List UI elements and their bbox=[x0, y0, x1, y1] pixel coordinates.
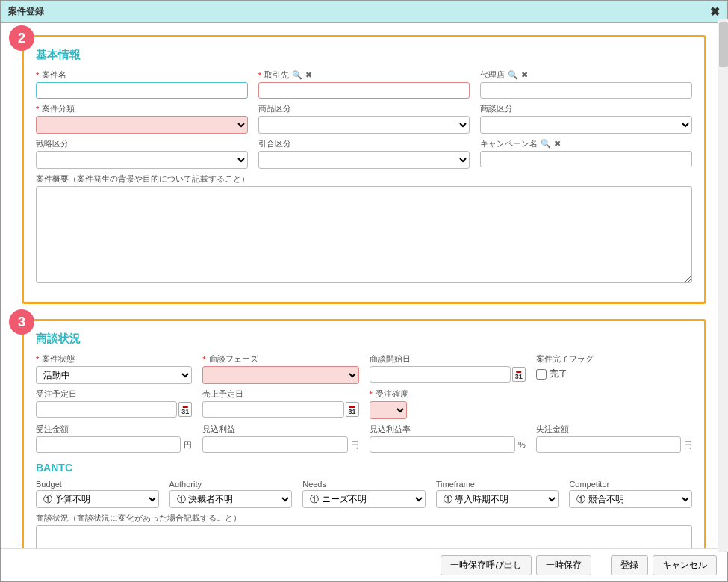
select-product-div[interactable] bbox=[258, 116, 470, 134]
close-icon[interactable]: ✖ bbox=[710, 4, 720, 19]
select-status[interactable]: 活動中 bbox=[36, 366, 192, 384]
label-overview: 案件概要（案件発生の背景や目的について記載すること） bbox=[36, 173, 692, 185]
label-campaign: キャンペーン名 🔍 ✖ bbox=[480, 138, 692, 149]
calendar-icon[interactable]: ▬31 bbox=[512, 367, 526, 382]
clear-icon[interactable]: ✖ bbox=[305, 70, 312, 80]
label-nego-div: 商談区分 bbox=[480, 103, 692, 114]
label-start-date: 商談開始日 bbox=[370, 353, 526, 365]
label-sales-date: 売上予定日 bbox=[202, 388, 358, 400]
input-lost-amount[interactable] bbox=[536, 436, 681, 453]
search-icon[interactable]: 🔍 bbox=[508, 70, 518, 80]
label-authority: Authority bbox=[169, 480, 293, 489]
select-needs[interactable]: ① ニーズ不明 bbox=[302, 490, 426, 508]
checkbox-complete[interactable] bbox=[536, 369, 547, 380]
label-complete-flag: 案件完了フラグ bbox=[536, 353, 692, 365]
modal-body: 2 基本情報 *案件名 *取引先 🔍 ✖ 代理店 🔍 ✖ *案件分 bbox=[1, 23, 727, 548]
modal-footer: 一時保存呼び出し 一時保存 登録 キャンセル bbox=[1, 548, 727, 581]
input-project-name[interactable] bbox=[36, 82, 248, 99]
label-agency: 代理店 🔍 ✖ bbox=[480, 69, 692, 81]
scrollbar[interactable] bbox=[718, 19, 728, 552]
clear-icon[interactable]: ✖ bbox=[521, 70, 528, 80]
section-title-basic: 基本情報 bbox=[36, 48, 692, 62]
section-title-bantc: BANTC bbox=[36, 462, 692, 474]
search-icon[interactable]: 🔍 bbox=[292, 70, 302, 80]
input-client[interactable] bbox=[258, 82, 470, 99]
label-timeframe: Timeframe bbox=[436, 480, 559, 489]
input-order-date[interactable] bbox=[36, 401, 177, 418]
register-button[interactable]: 登録 bbox=[611, 555, 648, 575]
input-order-amount[interactable] bbox=[36, 436, 181, 453]
label-budget: Budget bbox=[36, 480, 159, 489]
label-order-amount: 受注金額 bbox=[36, 424, 192, 435]
save-temp-button[interactable]: 一時保存 bbox=[536, 555, 591, 575]
input-profit-rate bbox=[370, 436, 515, 453]
select-competitor[interactable]: ① 競合不明 bbox=[569, 490, 692, 508]
calendar-icon[interactable]: ▬31 bbox=[178, 402, 192, 417]
label-order-prob: *受注確度 bbox=[370, 388, 526, 400]
clear-icon[interactable]: ✖ bbox=[554, 139, 561, 149]
label-profit: 見込利益 bbox=[202, 424, 358, 435]
label-client: *取引先 🔍 ✖ bbox=[258, 69, 470, 81]
select-order-prob[interactable] bbox=[370, 401, 407, 419]
select-authority[interactable]: ① 決裁者不明 bbox=[169, 490, 293, 508]
label-order-date: 受注予定日 bbox=[36, 388, 192, 400]
textarea-situation[interactable] bbox=[36, 525, 692, 548]
section-basic-info: 2 基本情報 *案件名 *取引先 🔍 ✖ 代理店 🔍 ✖ *案件分 bbox=[22, 35, 706, 304]
label-needs: Needs bbox=[302, 480, 426, 489]
select-category[interactable] bbox=[36, 116, 248, 134]
label-inquiry-div: 引合区分 bbox=[258, 138, 470, 149]
label-project-name: *案件名 bbox=[36, 69, 248, 81]
section-title-nego: 商談状況 bbox=[36, 332, 692, 346]
label-strategy-div: 戦略区分 bbox=[36, 138, 248, 149]
modal-title: 案件登録 bbox=[8, 5, 44, 18]
select-timeframe[interactable]: ① 導入時期不明 bbox=[436, 490, 559, 508]
label-profit-rate: 見込利益率 bbox=[370, 424, 526, 435]
label-lost-amount: 失注金額 bbox=[536, 424, 692, 435]
select-phase[interactable] bbox=[202, 366, 358, 384]
select-nego-div[interactable] bbox=[480, 116, 692, 134]
section-negotiation: 3 商談状況 *案件状態 活動中 *商談フェーズ 商談開始日 ▬31 bbox=[22, 319, 706, 548]
search-icon[interactable]: 🔍 bbox=[541, 139, 551, 149]
label-product-div: 商品区分 bbox=[258, 103, 470, 114]
scrollbar-thumb[interactable] bbox=[719, 22, 728, 67]
input-campaign[interactable] bbox=[480, 151, 692, 167]
cancel-button[interactable]: キャンセル bbox=[653, 555, 717, 575]
input-agency[interactable] bbox=[480, 82, 692, 99]
select-budget[interactable]: ① 予算不明 bbox=[36, 490, 159, 508]
input-sales-date[interactable] bbox=[202, 401, 343, 418]
step-badge-2: 2 bbox=[9, 25, 34, 51]
textarea-overview[interactable] bbox=[36, 186, 692, 283]
step-badge-3: 3 bbox=[9, 309, 34, 335]
calendar-icon[interactable]: ▬31 bbox=[346, 402, 359, 417]
recall-temp-button[interactable]: 一時保存呼び出し bbox=[441, 555, 532, 575]
select-inquiry-div[interactable] bbox=[258, 151, 470, 169]
input-start-date[interactable] bbox=[370, 366, 511, 383]
label-status: *案件状態 bbox=[36, 353, 192, 365]
label-phase: *商談フェーズ bbox=[202, 353, 358, 365]
modal-header: 案件登録 ✖ bbox=[1, 1, 727, 23]
input-profit[interactable] bbox=[202, 436, 347, 453]
checkbox-complete-label: 完了 bbox=[550, 368, 567, 380]
label-category: *案件分類 bbox=[36, 103, 248, 114]
select-strategy-div[interactable] bbox=[36, 151, 248, 169]
label-competitor: Competitor bbox=[569, 480, 692, 489]
label-situation: 商談状況（商談状況に変化があった場合記載すること） bbox=[36, 513, 692, 524]
